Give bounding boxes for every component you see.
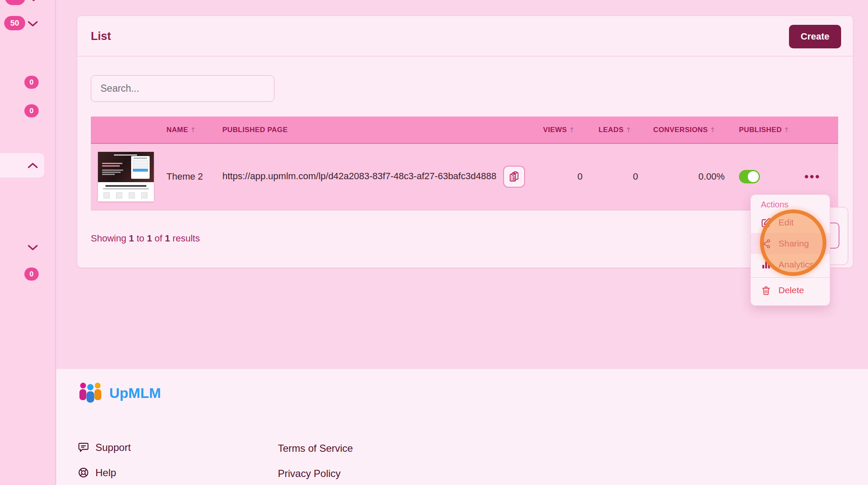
chevron-down-icon[interactable]: [28, 0, 40, 3]
brand: UpMLM: [77, 382, 161, 404]
lifebuoy-icon: [77, 466, 90, 479]
sort-arrows-icon[interactable]: [784, 126, 791, 133]
row-actions-menu-button[interactable]: •••: [791, 170, 838, 183]
column-conversions[interactable]: CONVERSIONS: [644, 117, 728, 143]
sidebar-count-badge-top: 70: [5, 0, 25, 5]
menu-item-edit[interactable]: Edit: [751, 212, 830, 233]
pencil-square-icon: [761, 217, 771, 228]
create-button[interactable]: Create: [789, 25, 841, 48]
toggle-knob: [748, 171, 759, 182]
menu-divider: [751, 277, 830, 278]
app-root: 70 50 0 0 0 List Create: [0, 0, 868, 485]
column-label: CONVERSIONS: [653, 126, 708, 134]
sort-arrows-icon[interactable]: [626, 126, 633, 133]
sidebar-zero-badge: 0: [24, 268, 39, 281]
landing-pages-table: NAME PUBLISHED PAGE VIEWS: [91, 117, 838, 210]
landing-page-thumbnail: [98, 152, 154, 201]
row-views: 0: [536, 143, 590, 210]
actions-dropdown: Actions Edit Sharing Analytics: [750, 194, 830, 306]
menu-item-label: Sharing: [778, 239, 809, 249]
sidebar-zero-badge: 0: [24, 76, 39, 89]
menu-item-label: Analytics: [778, 260, 814, 270]
column-label: VIEWS: [543, 126, 567, 134]
trash-icon: [761, 285, 771, 296]
sidebar-item-active[interactable]: [0, 153, 44, 178]
footer-link-support[interactable]: Support: [77, 441, 131, 453]
chevron-down-icon[interactable]: [27, 20, 39, 28]
column-views[interactable]: VIEWS: [536, 117, 590, 143]
menu-item-label: Delete: [778, 285, 804, 295]
column-actions: [791, 117, 838, 143]
sidebar-zero-badge: 0: [24, 104, 39, 117]
sort-arrows-icon[interactable]: [570, 126, 577, 133]
column-published-page[interactable]: PUBLISHED PAGE: [222, 117, 536, 143]
sidebar: 70 50 0 0 0: [0, 0, 56, 485]
brand-name: UpMLM: [109, 385, 161, 401]
footer-link-label: Help: [95, 467, 116, 479]
chevron-down-icon[interactable]: [27, 244, 39, 252]
row-name: Theme 2: [166, 143, 222, 210]
menu-item-analytics[interactable]: Analytics: [751, 254, 830, 275]
footer-link-help[interactable]: Help: [77, 466, 116, 479]
footer: UpMLM Support Help Terms of Service Priv…: [56, 369, 868, 485]
actions-dropdown-title: Actions: [761, 200, 830, 209]
menu-item-label: Edit: [778, 217, 794, 228]
published-toggle[interactable]: [739, 170, 760, 183]
thumbnail-cell: [91, 143, 166, 210]
column-published[interactable]: PUBLISHED: [728, 117, 791, 143]
chat-bubble-icon: [77, 441, 90, 453]
column-leads[interactable]: LEADS: [590, 117, 644, 143]
card-header: List Create: [77, 16, 853, 56]
row-published-page: https://app.upmlm.com/lp/d42a2083-83f7-4…: [222, 143, 536, 210]
chevron-up-icon: [27, 162, 39, 169]
column-thumbnail: [91, 117, 166, 143]
row-conversions: 0.00%: [644, 143, 728, 210]
copy-url-button[interactable]: [503, 166, 525, 188]
table-row: Theme 2 https://app.upmlm.com/lp/d42a208…: [91, 143, 838, 210]
column-name[interactable]: NAME: [166, 117, 222, 143]
published-page-url: https://app.upmlm.com/lp/d42a2083-83f7-4…: [222, 171, 496, 181]
sort-arrows-icon[interactable]: [191, 126, 198, 133]
clipboard-icon: [508, 171, 520, 183]
row-leads: 0: [590, 143, 644, 210]
bar-chart-icon: [761, 260, 771, 270]
footer-link-label: Support: [95, 442, 131, 453]
footer-link-privacy[interactable]: Privacy Policy: [278, 468, 340, 480]
list-card: List Create NAME: [77, 16, 853, 268]
menu-item-delete[interactable]: Delete: [751, 280, 830, 301]
column-label: NAME: [166, 126, 188, 134]
menu-item-sharing[interactable]: Sharing: [751, 233, 830, 254]
sort-arrows-icon[interactable]: [710, 126, 718, 133]
column-label: PUBLISHED PAGE: [222, 126, 288, 134]
column-label: LEADS: [599, 126, 624, 134]
footer-link-label: Terms of Service: [278, 443, 353, 454]
sidebar-count-badge: 50: [4, 16, 25, 30]
table-header-row: NAME PUBLISHED PAGE VIEWS: [91, 117, 838, 143]
search-input[interactable]: [91, 75, 274, 102]
upmlm-logo-icon: [77, 382, 103, 404]
footer-link-terms[interactable]: Terms of Service: [278, 443, 353, 454]
share-icon: [761, 239, 771, 249]
results-summary: Showing 1 to 1 of 1 results: [91, 233, 200, 244]
footer-link-label: Privacy Policy: [278, 468, 340, 480]
column-label: PUBLISHED: [739, 126, 782, 134]
page-title: List: [91, 29, 111, 42]
